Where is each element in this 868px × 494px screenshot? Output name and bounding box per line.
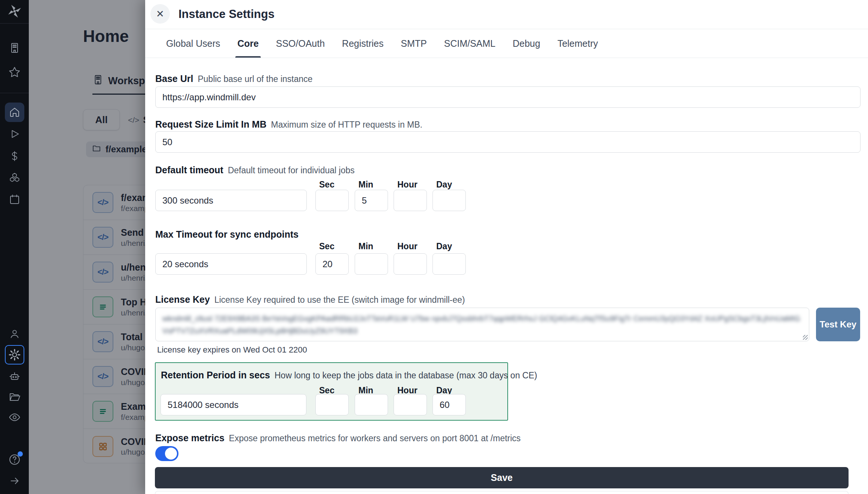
tab-scim-saml[interactable]: SCIM/SAML: [444, 29, 496, 58]
unit-label-min: Min: [358, 180, 373, 190]
base-url-label: Base Url: [155, 73, 193, 84]
sidebar-item-help[interactable]: [5, 450, 24, 469]
retention-min-input[interactable]: [355, 394, 388, 415]
max-timeout-input[interactable]: [155, 253, 307, 275]
request-size-label: Request Size Limit In MB: [155, 119, 266, 130]
max-timeout-hour-input[interactable]: [394, 253, 427, 275]
unit-label-min: Min: [358, 241, 373, 251]
sidebar-item-audit-logs[interactable]: [5, 408, 24, 427]
max-timeout-label: Max Timeout for sync endpoints: [155, 229, 299, 240]
save-button[interactable]: Save: [155, 467, 849, 488]
unit-label-hour: Hour: [397, 180, 418, 190]
retention-hour-input[interactable]: [394, 394, 427, 415]
retention-day-input[interactable]: [433, 394, 466, 415]
default-timeout-sec-input[interactable]: [315, 190, 349, 211]
license-key-textarea[interactable]: wkndmlil_cltusl 72E9X8BA3S BeYaVogEGvgKP…: [155, 308, 809, 341]
default-timeout-min-input[interactable]: [355, 190, 388, 211]
license-expiry-text: License key expires on Wed Oct 01 2200: [157, 345, 307, 355]
sidebar-divider: [0, 93, 29, 93]
sidebar-item-workspace[interactable]: [5, 38, 24, 58]
tab-global-users[interactable]: Global Users: [166, 29, 220, 58]
unit-label-day: Day: [436, 180, 452, 190]
tab-telemetry[interactable]: Telemetry: [557, 29, 598, 58]
next-field-partial: [155, 491, 849, 494]
settings-tabs: Global Users Core SSO/OAuth Registries S…: [166, 29, 598, 58]
tab-registries[interactable]: Registries: [342, 29, 383, 58]
default-timeout-input[interactable]: [155, 190, 307, 211]
default-timeout-label: Default timeout: [155, 165, 223, 176]
max-timeout-min-input[interactable]: [355, 253, 388, 275]
tab-debug[interactable]: Debug: [513, 29, 540, 58]
sidebar-item-workers[interactable]: [5, 366, 24, 386]
notification-dot: [18, 451, 23, 457]
sidebar-item-settings[interactable]: [5, 345, 24, 365]
retention-sec-input[interactable]: [315, 394, 349, 415]
instance-settings-modal: ✕ Instance Settings Global Users Core SS…: [145, 0, 868, 494]
windmill-logo[interactable]: [5, 1, 24, 21]
expose-metrics-label: Expose metrics: [155, 433, 224, 443]
sidebar-item-home[interactable]: [5, 103, 24, 122]
tab-core[interactable]: Core: [238, 29, 259, 58]
divider: [145, 58, 868, 58]
retention-label: Retention Period in secs: [161, 370, 270, 381]
default-timeout-day-input[interactable]: [433, 190, 466, 211]
test-key-button[interactable]: Test Key: [816, 308, 860, 341]
default-timeout-description: Default timeout for individual jobs: [228, 165, 355, 176]
sidebar-item-resources[interactable]: [5, 168, 24, 187]
close-icon: ✕: [156, 8, 164, 20]
license-key-redacted-value: wkndmlil_cltusl 72E9X8BA3S BeYaVogEGvgKP…: [162, 312, 802, 337]
expose-metrics-description: Expose prometheus metrics for workers an…: [229, 433, 521, 443]
max-timeout-day-input[interactable]: [433, 253, 466, 275]
unit-label-sec: Sec: [319, 180, 334, 190]
expose-metrics-toggle[interactable]: [155, 446, 178, 461]
retention-input[interactable]: [161, 394, 306, 415]
max-timeout-sec-input[interactable]: [315, 253, 349, 275]
sidebar: [0, 0, 29, 494]
save-label: Save: [491, 472, 513, 483]
license-key-label: License Key: [155, 294, 210, 305]
base-url-description: Public base url of the instance: [198, 74, 312, 84]
toggle-knob: [165, 448, 177, 460]
unit-label-hour: Hour: [397, 241, 418, 251]
sidebar-item-schedules[interactable]: [5, 190, 24, 209]
test-key-label: Test Key: [820, 319, 856, 330]
retention-description: How long to keep the jobs data in the da…: [275, 370, 537, 381]
close-button[interactable]: ✕: [150, 4, 170, 24]
sidebar-item-users[interactable]: [5, 324, 24, 344]
base-url-input[interactable]: [155, 86, 861, 108]
sidebar-item-folders[interactable]: [5, 387, 24, 406]
unit-label-day: Day: [436, 241, 452, 251]
tab-sso-oauth[interactable]: SSO/OAuth: [276, 29, 325, 58]
request-size-description: Maximum size of HTTP requests in MB.: [271, 120, 422, 130]
modal-title: Instance Settings: [178, 7, 275, 21]
license-key-description: License Key required to use the EE (swit…: [214, 295, 465, 305]
sidebar-item-runs[interactable]: [5, 124, 24, 144]
request-size-input[interactable]: [155, 131, 861, 153]
unit-label-sec: Sec: [319, 241, 334, 251]
sidebar-collapse-button[interactable]: [5, 471, 24, 491]
tab-smtp[interactable]: SMTP: [401, 29, 427, 58]
sidebar-item-variables[interactable]: [5, 146, 24, 166]
default-timeout-hour-input[interactable]: [394, 190, 427, 211]
sidebar-divider: [0, 23, 29, 24]
sidebar-item-favorites[interactable]: [5, 62, 24, 82]
